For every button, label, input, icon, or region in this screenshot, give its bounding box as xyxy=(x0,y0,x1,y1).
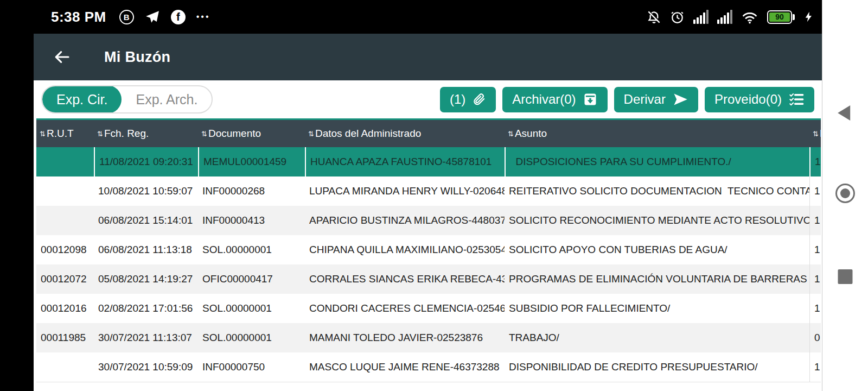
table-row[interactable]: 30/07/2021 10:59:09 INF00000750 MASCO LU… xyxy=(36,352,821,382)
cell-asunto: SUBSIDIO POR FALLECIMIENTO/ xyxy=(505,294,809,323)
cell-datos: CHIPANA QUILLA MAXIMILIANO-02530541 xyxy=(305,235,505,264)
cell-rut: 00011985 xyxy=(36,323,94,352)
column-header-rut[interactable]: ⇅R.U.T xyxy=(36,120,94,147)
cell-fecha: 02/08/2021 17:01:56 xyxy=(94,294,198,323)
column-header-fecha[interactable]: ⇅Fch. Reg. xyxy=(94,120,198,147)
table-row[interactable]: 06/08/2021 15:14:01 INF00000413 APARICIO… xyxy=(36,206,821,235)
letterbox-left xyxy=(0,0,34,391)
cell-datos: MAMANI TOLEDO JAVIER-02523876 xyxy=(305,323,505,352)
signal-icon xyxy=(693,10,709,24)
notification-icons: B f ••• xyxy=(119,10,210,24)
cell-rut: 00012016 xyxy=(36,294,94,323)
cell-folios: 1 xyxy=(809,294,821,323)
cell-asunto: PROGRAMAS DE ELIMINACIÓN VOLUNTARIA DE B… xyxy=(505,264,809,294)
table-row[interactable]: 00012016 02/08/2021 17:01:56 SOL.0000000… xyxy=(36,294,821,323)
nav-recents-button[interactable] xyxy=(838,269,853,284)
cell-rut: 00012072 xyxy=(36,264,94,294)
table-row[interactable]: 11/08/2021 09:20:31 MEMUL00001459 HUANCA… xyxy=(36,147,821,176)
archive-label: Archivar(0) xyxy=(512,92,576,107)
tab-exp-cir[interactable]: Exp. Cir. xyxy=(42,85,122,113)
android-navbar xyxy=(822,0,868,391)
cell-documento: MEMUL00001459 xyxy=(198,147,305,176)
attachments-count: (1) xyxy=(450,92,465,107)
table-body: 11/08/2021 09:20:31 MEMUL00001459 HUANCA… xyxy=(36,147,821,382)
cell-fecha: 30/07/2021 11:13:07 xyxy=(94,323,198,352)
cell-documento: SOL.00000001 xyxy=(198,323,305,352)
nav-home-button[interactable] xyxy=(835,184,855,203)
cell-folios: 1 xyxy=(809,206,821,235)
nav-back-button[interactable] xyxy=(838,105,850,121)
cell-asunto: SOLICITO APOYO CON TUBERIAS DE AGUA/ xyxy=(505,235,809,264)
cell-fecha: 11/08/2021 09:20:31 xyxy=(94,147,198,176)
checklist-icon xyxy=(788,92,805,107)
cell-fecha: 30/07/2021 10:59:09 xyxy=(94,352,198,382)
cell-folios: 1 xyxy=(809,264,821,294)
toolbar: Exp. Cir. Exp. Arch. (1) Archivar(0) xyxy=(34,80,822,118)
cell-asunto: TRABAJO/ xyxy=(505,323,809,352)
sort-icon: ⇅ xyxy=(40,130,46,138)
cell-folios: 1 xyxy=(809,147,821,176)
telegram-icon xyxy=(145,10,160,24)
cell-folios: 1 xyxy=(809,235,821,264)
column-header-asunto[interactable]: ⇅Asunto xyxy=(505,120,809,147)
expediente-toggle: Exp. Cir. Exp. Arch. xyxy=(41,85,213,113)
facebook-icon: f xyxy=(171,10,186,24)
cell-documento: INF00000413 xyxy=(198,206,305,235)
table-row[interactable]: 00011985 30/07/2021 11:13:07 SOL.0000000… xyxy=(36,323,821,352)
send-arrow-icon xyxy=(672,92,688,107)
sort-icon: ⇅ xyxy=(201,130,207,138)
column-header-documento[interactable]: ⇅Documento xyxy=(198,120,305,147)
cell-rut xyxy=(36,147,94,176)
app-window: 5:38 PM B f ••• xyxy=(34,0,822,391)
archive-button[interactable]: Archivar(0) xyxy=(502,87,607,112)
more-dots-icon: ••• xyxy=(196,12,210,22)
cell-documento: INF00000750 xyxy=(198,352,305,382)
cell-datos: APARICIO BUSTINZA MILAGROS-44803743 xyxy=(305,206,505,235)
attachments-button[interactable]: (1) xyxy=(440,87,496,112)
battery-icon: 90 xyxy=(767,10,795,24)
cell-rut: 00012098 xyxy=(36,235,94,264)
documents-table: ⇅R.U.T ⇅Fch. Reg. ⇅Documento ⇅Datos del … xyxy=(36,118,821,382)
cell-datos: CORRALES SIANCAS ERIKA REBECA-4343625 xyxy=(305,264,505,294)
clock-text: 5:38 PM xyxy=(51,9,106,26)
cell-folios: 0 xyxy=(809,323,821,352)
cell-documento: SOL.00000001 xyxy=(198,294,305,323)
screen: 5:38 PM B f ••• xyxy=(0,0,868,391)
cell-datos: CONDORI CACERES CLEMENCIA-02546350 xyxy=(305,294,505,323)
cell-fecha: 10/08/2021 10:59:07 xyxy=(94,176,198,206)
alarm-icon xyxy=(670,10,685,24)
archive-icon xyxy=(583,92,598,107)
back-arrow-icon[interactable] xyxy=(50,45,74,69)
forward-label: Derivar xyxy=(624,92,666,107)
cell-rut xyxy=(36,352,94,382)
battery-level: 90 xyxy=(769,12,790,22)
cell-documento: INF00000268 xyxy=(198,176,305,206)
cell-documento: SOL.00000001 xyxy=(198,235,305,264)
cell-fecha: 06/08/2021 11:13:18 xyxy=(94,235,198,264)
charging-bolt-icon xyxy=(803,10,814,24)
table-row[interactable]: 00012098 06/08/2021 11:13:18 SOL.0000000… xyxy=(36,235,821,264)
table-row[interactable]: 00012072 05/08/2021 14:19:27 OFIC0000041… xyxy=(36,264,821,294)
forward-button[interactable]: Derivar xyxy=(614,87,698,112)
provide-button[interactable]: Proveido(0) xyxy=(705,87,814,112)
cell-datos: HUANCA APAZA FAUSTINO-45878101 xyxy=(305,147,505,176)
signal-icon-2 xyxy=(717,10,732,24)
cell-asunto: DISPONIBILIDAD DE CREDITO PRESUPUESTARIO… xyxy=(505,352,809,382)
table-row[interactable]: 10/08/2021 10:59:07 INF00000268 LUPACA M… xyxy=(36,176,821,206)
cell-datos: MASCO LUQUE JAIME RENE-46373288 xyxy=(305,352,505,382)
cell-asunto: REITERATIVO SOLICITO DOCUMENTACION TECNI… xyxy=(505,176,809,206)
cell-fecha: 05/08/2021 14:19:27 xyxy=(94,264,198,294)
page-title: Mi Buzón xyxy=(104,49,170,66)
cell-rut xyxy=(36,176,94,206)
column-header-datos[interactable]: ⇅Datos del Administrado xyxy=(305,120,505,147)
b-chat-icon: B xyxy=(119,10,134,24)
bell-off-icon xyxy=(647,10,661,24)
column-header-folios[interactable]: ⇅Fol xyxy=(809,120,821,147)
cell-asunto: DISPOSICIONES PARA SU CUMPLIMIENTO./ xyxy=(505,147,809,176)
wifi-icon xyxy=(741,10,758,24)
sort-icon: ⇅ xyxy=(813,130,819,138)
tab-exp-arch[interactable]: Exp. Arch. xyxy=(122,85,212,113)
cell-fecha: 06/08/2021 15:14:01 xyxy=(94,206,198,235)
system-status-icons: 90 xyxy=(647,10,814,24)
sort-icon: ⇅ xyxy=(97,130,103,138)
